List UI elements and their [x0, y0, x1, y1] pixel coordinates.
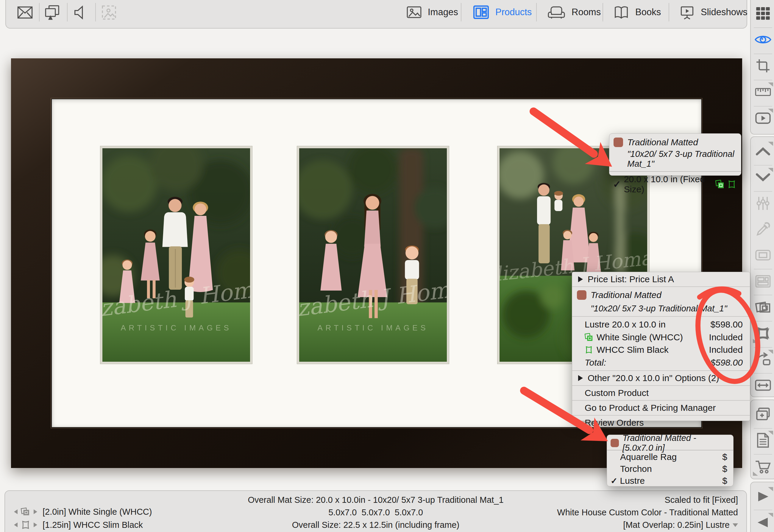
check-icon: ✓: [611, 476, 617, 486]
price-line-value: Included: [709, 345, 743, 355]
books-icon: [613, 5, 629, 19]
move-up-button[interactable]: [751, 139, 774, 163]
next-item-button[interactable]: [751, 485, 774, 508]
custom-product-label: Custom Product: [585, 388, 649, 398]
products-icon: [473, 5, 489, 20]
price-menu: Price List: Price List A Traditional Mat…: [572, 272, 750, 421]
image-placeholder-button[interactable]: [98, 3, 120, 22]
frame-included-icon: [585, 346, 593, 354]
tab-books-label: Books: [635, 7, 661, 18]
move-down-button[interactable]: [751, 166, 774, 189]
tab-rooms-label: Rooms: [572, 7, 601, 18]
email-icon: [17, 6, 33, 19]
tab-products[interactable]: Products: [473, 2, 532, 22]
frame-included-icon: [727, 180, 736, 189]
audio-button[interactable]: [70, 3, 91, 22]
size-menu-item[interactable]: ✓ 20.0 x 10.0 in (Fixed Size): [609, 172, 741, 194]
frame-stack-button[interactable]: [751, 295, 774, 319]
svg-text:ARTISTIC IMAGES: ARTISTIC IMAGES: [317, 324, 428, 332]
rotate-arrow-icon: [755, 352, 771, 367]
paper-option-price: $: [722, 452, 727, 462]
eyedropper-button[interactable]: [751, 217, 774, 241]
image-placeholder-icon: [101, 4, 117, 21]
photo-opening-1[interactable]: Elizabeth J Homan ARTISTIC IMAGES: [100, 146, 252, 364]
tab-products-label: Products: [495, 7, 532, 18]
price-list-menu-item[interactable]: Price List: Price List A: [572, 272, 750, 286]
tab-images[interactable]: Images: [406, 2, 458, 22]
paper-status-dropdown[interactable]: [Mat Overlap: 0.25in] Lustre: [623, 520, 738, 530]
mat-included-icon: [585, 333, 593, 341]
mat-included-icon: [715, 180, 724, 189]
mat-style-button[interactable]: [751, 243, 774, 267]
disclosure-triangle-icon: [578, 276, 583, 282]
crop-button[interactable]: [751, 54, 774, 78]
preview-eye-button[interactable]: [751, 28, 774, 52]
play-rect-icon: [755, 112, 771, 124]
add-product-button[interactable]: [751, 402, 774, 426]
pricing-manager-label: Go to Product & Pricing Manager: [585, 403, 716, 413]
play-forward-icon: [756, 491, 770, 503]
price-total-label: Total:: [585, 358, 606, 368]
flip-horizontal-button[interactable]: [751, 373, 774, 397]
product-popup-subtitle: "10x20/ 5x7 3-up Traditional Mat_1": [609, 147, 741, 171]
chevron-down-icon: [755, 173, 771, 182]
email-button[interactable]: [14, 3, 36, 22]
add-frame-icon: [755, 407, 771, 422]
product-menu-header: Traditional Matted: [572, 287, 750, 302]
top-toolbar: Images Products Rooms Books Slideshows: [5, 0, 747, 29]
corner-flag-icon: [768, 350, 773, 354]
layout-style-button[interactable]: [751, 269, 774, 293]
toolbar-separator: [95, 3, 96, 21]
svg-text:ARTISTIC IMAGES: ARTISTIC IMAGES: [121, 324, 232, 332]
product-swatch: [611, 439, 619, 447]
family-photo-1: Elizabeth J Homan ARTISTIC IMAGES: [102, 148, 250, 362]
order-notes-button[interactable]: [751, 428, 774, 452]
play-back-icon: [756, 517, 770, 528]
tab-books[interactable]: Books: [613, 2, 661, 22]
paper-option-torchon[interactable]: Torchon $: [607, 463, 733, 475]
adjust-sliders-button[interactable]: [751, 191, 774, 215]
other-options-label: Other "20.0 x 10.0 in" Options (2): [588, 373, 719, 383]
review-orders-menu-item[interactable]: Review Orders: [572, 416, 750, 430]
sliders-icon: [756, 196, 770, 211]
custom-product-menu-item[interactable]: Custom Product: [572, 386, 750, 400]
frame-stack-icon: [755, 300, 771, 315]
toolbar-separator: [669, 3, 669, 21]
scaled-to-fit-status: Scaled to fit [Fixed]: [664, 495, 738, 505]
check-icon: ✓: [613, 179, 621, 190]
ruler-button[interactable]: [751, 80, 774, 104]
rooms-icon: [547, 5, 566, 19]
price-line-frame: WHCC Slim Black Included: [572, 344, 750, 356]
toolbar-separator: [603, 3, 603, 21]
corner-flag-icon: [768, 82, 773, 87]
eyedropper-icon: [756, 222, 770, 237]
grid-icon: [755, 6, 771, 21]
price-line-value: Included: [709, 332, 743, 342]
price-line-value: $598.00: [711, 319, 743, 330]
eye-icon: [754, 33, 772, 46]
sidebar-separator: [754, 510, 772, 510]
corner-flag-icon: [768, 109, 773, 113]
ornate-frame-button[interactable]: [751, 322, 774, 345]
print-button[interactable]: [42, 3, 63, 22]
tab-rooms[interactable]: Rooms: [547, 2, 601, 22]
thumbnail-grid-button[interactable]: [751, 1, 774, 25]
paper-option-lustre[interactable]: ✓ Lustre $: [607, 475, 733, 487]
tab-slideshows[interactable]: Slideshows: [679, 2, 748, 22]
paper-menu-header: Traditional Matted - [5.0x7.0 in]: [607, 435, 733, 450]
previous-item-button[interactable]: [751, 511, 774, 532]
price-line-label: WHCC Slim Black: [597, 345, 669, 355]
send-to-product-button[interactable]: [751, 347, 774, 371]
play-preview-button[interactable]: [751, 106, 774, 130]
other-options-menu-item[interactable]: Other "20.0 x 10.0 in" Options (2): [572, 371, 750, 385]
shopping-cart-button[interactable]: [751, 454, 774, 478]
product-swatch: [614, 138, 623, 147]
images-icon: [406, 6, 422, 19]
family-photo-2: Elizabeth J Homan ARTISTIC IMAGES: [299, 148, 447, 362]
pricing-manager-menu-item[interactable]: Go to Product & Pricing Manager: [572, 401, 750, 415]
product-swatch: [577, 290, 586, 300]
photo-opening-2[interactable]: Elizabeth J Homan ARTISTIC IMAGES: [297, 146, 449, 364]
corner-flag-icon: [768, 513, 773, 517]
slideshows-icon: [679, 5, 695, 20]
size-label: 20.0 x 10.0 in (Fixed Size): [624, 174, 712, 194]
